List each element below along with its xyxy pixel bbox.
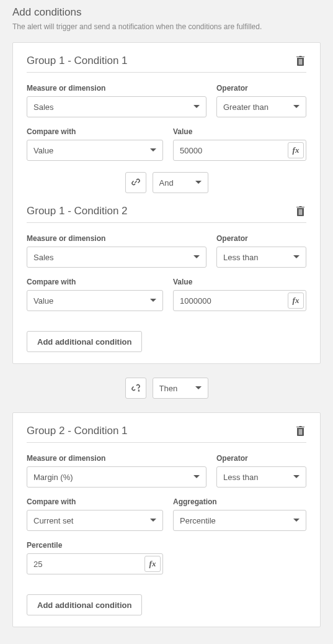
fx-icon: fx [293,296,300,306]
aggregation-select[interactable]: Percentile [173,510,306,531]
measure-label: Measure or dimension [27,84,206,93]
operator-label: Operator [216,84,306,93]
fx-icon: fx [293,145,300,155]
measure-label: Measure or dimension [27,234,206,243]
group2-condition1: Group 2 - Condition 1 Measure or dimensi… [27,424,306,574]
fx-button[interactable]: fx [288,142,304,158]
add-condition-button[interactable]: Add additional condition [27,331,142,352]
delete-condition-button[interactable] [295,204,306,217]
operator-select[interactable]: Greater than [216,96,306,117]
trash-icon [296,425,305,436]
aggregation-label: Aggregation [173,497,306,506]
compare-label: Compare with [27,497,163,506]
condition-title: Group 1 - Condition 1 [27,55,128,67]
add-condition-button[interactable]: Add additional condition [27,594,142,615]
page-subtitle: The alert will trigger and send a notifi… [12,22,321,31]
percentile-label: Percentile [27,541,163,550]
outer-connector-row: Then [12,378,321,399]
link-icon [131,177,141,189]
condition-title: Group 2 - Condition 1 [27,425,128,437]
trash-icon [296,55,305,66]
condition-header: Group 1 - Condition 2 [27,204,306,223]
measure-label: Measure or dimension [27,454,206,463]
fx-icon: fx [149,559,156,569]
group-2-card: Group 2 - Condition 1 Measure or dimensi… [12,412,321,627]
measure-select[interactable]: Sales [27,247,206,268]
group-1-card: Group 1 - Condition 1 Measure or dimensi… [12,42,321,364]
value-input[interactable] [173,290,306,311]
delete-condition-button[interactable] [295,424,306,437]
value-label: Value [173,278,306,286]
value-label: Value [173,127,306,136]
unlink-icon [131,383,141,394]
operator-select[interactable]: Less than [216,247,306,268]
measure-select[interactable]: Sales [27,96,206,117]
page-title: Add conditions [12,6,321,19]
compare-select[interactable]: Value [27,290,163,311]
connector-select[interactable]: And [153,172,208,193]
operator-select[interactable]: Less than [216,466,306,488]
delete-condition-button[interactable] [295,54,306,67]
unlink-button[interactable] [125,378,146,399]
link-button[interactable] [125,172,146,193]
compare-label: Compare with [27,127,163,136]
condition-header: Group 1 - Condition 1 [27,54,306,73]
compare-label: Compare with [27,278,163,286]
inner-connector-row: And [27,172,306,193]
fx-button[interactable]: fx [288,293,304,309]
condition-title: Group 1 - Condition 2 [27,205,128,217]
value-input[interactable] [173,140,306,161]
group1-condition1: Group 1 - Condition 1 Measure or dimensi… [27,54,306,161]
fx-button[interactable]: fx [144,556,161,572]
operator-label: Operator [216,234,306,243]
group1-condition2: Group 1 - Condition 2 Measure or dimensi… [27,204,306,311]
group-connector-select[interactable]: Then [153,378,208,399]
compare-select[interactable]: Current set [27,510,163,531]
measure-select[interactable]: Margin (%) [27,466,206,488]
operator-label: Operator [216,454,306,463]
percentile-input[interactable] [27,553,163,574]
condition-header: Group 2 - Condition 1 [27,424,306,443]
compare-select[interactable]: Value [27,140,163,161]
trash-icon [296,206,305,216]
